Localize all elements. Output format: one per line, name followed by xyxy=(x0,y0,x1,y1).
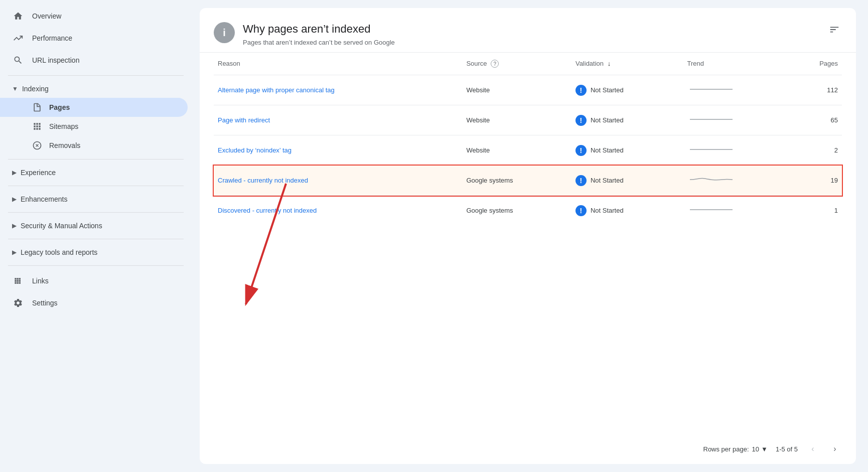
card-subtitle: Pages that aren’t indexed can’t be serve… xyxy=(243,39,395,46)
sidebar-item-removals[interactable]: Removals xyxy=(0,136,188,155)
sidebar-section-enhancements-label: Enhancements xyxy=(21,195,67,203)
rows-per-page-label: Rows per page: xyxy=(703,445,749,453)
prev-page-button[interactable]: ‹ xyxy=(806,442,820,456)
cell-validation: ! Not Started xyxy=(571,135,683,166)
sidebar-item-links[interactable]: Links xyxy=(0,270,188,292)
rows-per-page: Rows per page: 10 ▼ xyxy=(703,445,768,453)
sidebar-label-pages: Pages xyxy=(49,103,70,111)
cell-pages: 112 xyxy=(789,75,842,105)
main-card: i Why pages aren’t indexed Pages that ar… xyxy=(200,8,856,464)
cell-pages: 2 xyxy=(789,135,842,166)
cell-pages: 1 xyxy=(789,196,842,226)
sidebar-label-performance: Performance xyxy=(32,34,72,42)
validation-status-label: Not Started xyxy=(591,116,624,124)
sidebar-divider-3 xyxy=(8,186,184,186)
trend-chart xyxy=(687,175,733,185)
sidebar-item-performance[interactable]: Performance xyxy=(0,27,188,49)
trending-up-icon xyxy=(12,32,24,44)
sidebar-section-legacy[interactable]: ▶ Legacy tools and reports xyxy=(0,243,188,261)
col-header-validation[interactable]: Validation ↓ xyxy=(571,53,683,75)
validation-status-label: Not Started xyxy=(591,177,624,184)
sort-icon: ↓ xyxy=(608,60,611,67)
sidebar-divider-1 xyxy=(8,75,184,76)
cell-reason[interactable]: Discovered - currently not indexed xyxy=(214,196,462,226)
trend-chart xyxy=(687,144,733,154)
table-row[interactable]: Discovered - currently not indexedGoogle… xyxy=(214,196,842,226)
table-row[interactable]: Excluded by ‘noindex’ tagWebsite ! Not S… xyxy=(214,135,842,166)
sidebar-item-url-inspection[interactable]: URL inspection xyxy=(0,49,188,71)
sidebar-divider-5 xyxy=(8,239,184,239)
card-title: Why pages aren’t indexed xyxy=(243,22,395,37)
table-row[interactable]: Page with redirectWebsite ! Not Started … xyxy=(214,105,842,135)
table-container: Reason Source ? Validation ↓ Trend xyxy=(200,53,856,436)
sidebar-label-links: Links xyxy=(32,277,49,285)
sidebar-item-pages[interactable]: Pages xyxy=(0,98,188,117)
sidebar-label-settings: Settings xyxy=(32,299,58,307)
sidebar-label-url-inspection: URL inspection xyxy=(32,56,79,64)
settings-icon xyxy=(12,297,24,309)
table-row[interactable]: Alternate page with proper canonical tag… xyxy=(214,75,842,105)
sidebar-section-experience-label: Experience xyxy=(21,169,56,177)
cell-reason[interactable]: Alternate page with proper canonical tag xyxy=(214,75,462,105)
sidebar-item-settings[interactable]: Settings xyxy=(0,292,188,314)
chevron-right-icon-leg: ▶ xyxy=(12,249,17,256)
sidebar-divider-4 xyxy=(8,212,184,213)
cell-source: Google systems xyxy=(462,166,571,196)
removals-icon xyxy=(32,140,42,150)
sidebar-item-overview[interactable]: Overview xyxy=(0,5,188,27)
trend-chart xyxy=(687,84,733,94)
filter-icon[interactable] xyxy=(827,22,842,40)
validation-status-icon: ! xyxy=(575,115,587,126)
cell-pages: 65 xyxy=(789,105,842,135)
cell-validation: ! Not Started xyxy=(571,166,683,196)
validation-status-label: Not Started xyxy=(591,146,624,154)
chevron-down-icon: ▼ xyxy=(12,85,18,92)
next-page-button[interactable]: › xyxy=(828,442,842,456)
sidebar-section-security-label: Security & Manual Actions xyxy=(21,222,102,230)
sidebar-item-sitemaps[interactable]: Sitemaps xyxy=(0,117,188,136)
sidebar-divider-2 xyxy=(8,159,184,160)
table-row[interactable]: Crawled - currently not indexedGoogle sy… xyxy=(214,166,842,196)
sidebar-section-experience[interactable]: ▶ Experience xyxy=(0,164,188,182)
trend-chart xyxy=(687,205,733,215)
col-header-trend: Trend xyxy=(683,53,789,75)
sidebar-section-indexing[interactable]: ▼ Indexing xyxy=(0,80,188,98)
validation-status-label: Not Started xyxy=(591,207,624,214)
sidebar-section-enhancements[interactable]: ▶ Enhancements xyxy=(0,190,188,208)
source-help-icon[interactable]: ? xyxy=(491,60,499,68)
card-header-text: Why pages aren’t indexed Pages that aren… xyxy=(243,22,395,46)
validation-status-icon: ! xyxy=(575,175,587,186)
cell-validation: ! Not Started xyxy=(571,75,683,105)
cell-trend xyxy=(683,105,789,135)
cell-reason[interactable]: Excluded by ‘noindex’ tag xyxy=(214,135,462,166)
search-icon xyxy=(12,54,24,66)
rows-dropdown[interactable]: 10 ▼ xyxy=(752,445,768,453)
cell-source: Website xyxy=(462,75,571,105)
chevron-right-icon-sec: ▶ xyxy=(12,222,17,229)
links-icon xyxy=(12,275,24,287)
col-header-pages: Pages xyxy=(789,53,842,75)
cell-pages: 19 xyxy=(789,166,842,196)
sidebar-section-security[interactable]: ▶ Security & Manual Actions xyxy=(0,217,188,235)
index-table: Reason Source ? Validation ↓ Trend xyxy=(214,53,842,226)
sidebar-divider-6 xyxy=(8,265,184,266)
sitemaps-icon xyxy=(32,121,42,131)
pagination: Rows per page: 10 ▼ 1-5 of 5 ‹ › xyxy=(200,436,856,456)
info-icon: i xyxy=(214,22,235,43)
page-info: 1-5 of 5 xyxy=(776,445,798,453)
cell-validation: ! Not Started xyxy=(571,196,683,226)
cell-reason[interactable]: Crawled - currently not indexed xyxy=(214,166,462,196)
cell-source: Website xyxy=(462,105,571,135)
cell-reason[interactable]: Page with redirect xyxy=(214,105,462,135)
rows-per-page-value: 10 xyxy=(752,445,759,453)
sidebar-section-indexing-label: Indexing xyxy=(22,85,49,93)
cell-validation: ! Not Started xyxy=(571,105,683,135)
sidebar-label-sitemaps: Sitemaps xyxy=(49,122,78,130)
trend-chart xyxy=(687,114,733,124)
validation-status-icon: ! xyxy=(575,205,587,216)
sidebar-label-overview: Overview xyxy=(32,12,61,20)
cell-trend xyxy=(683,166,789,196)
validation-status-icon: ! xyxy=(575,85,587,96)
home-icon xyxy=(12,10,24,22)
cell-source: Website xyxy=(462,135,571,166)
